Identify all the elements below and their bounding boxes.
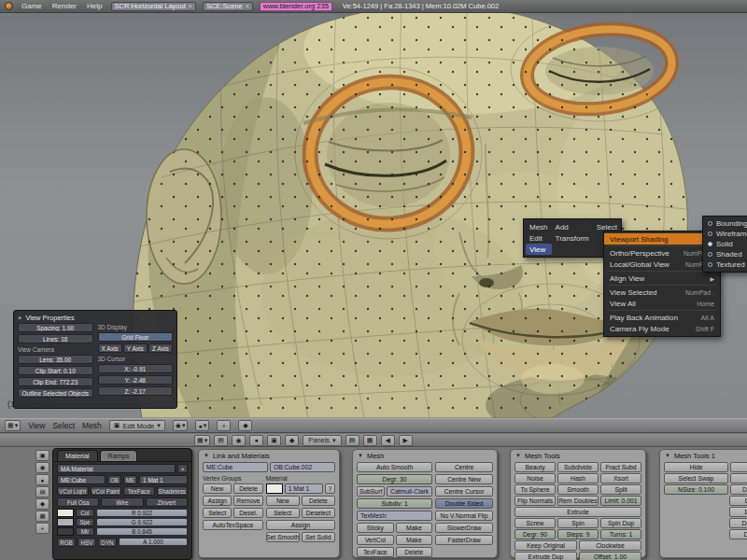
- grid-spacing-field[interactable]: Spacing: 1.00: [18, 323, 93, 332]
- editing-context-icon[interactable]: ▣: [267, 435, 281, 446]
- mir-channel-button[interactable]: Mir: [76, 527, 94, 536]
- vgroup-remove-button[interactable]: Remove: [233, 496, 262, 506]
- menu-item-playback-animation[interactable]: Play Back Animation Alt A: [604, 312, 720, 323]
- material-assign-button[interactable]: Assign: [266, 520, 335, 530]
- spin-button[interactable]: Spin: [557, 518, 599, 528]
- menu-item-view-all[interactable]: View All Home: [604, 298, 720, 309]
- vgroup-delete-button[interactable]: Delete: [233, 483, 262, 494]
- limit-field[interactable]: Limit: 0.001: [600, 496, 641, 506]
- shading-item-shaded[interactable]: Shaded: [703, 249, 747, 259]
- strip-icon-button[interactable]: ◉: [35, 462, 49, 473]
- col-channel-button[interactable]: Col: [76, 509, 94, 517]
- menu-help[interactable]: Help: [85, 2, 104, 10]
- window-type-button[interactable]: ▦ ▾: [194, 435, 210, 446]
- sticky-label-button[interactable]: Sticky: [357, 523, 394, 533]
- vertcol-make-button[interactable]: Make: [396, 535, 433, 545]
- set-smooth-button[interactable]: Set Smooth: [266, 532, 300, 542]
- v[ertcol-label-button[interactable]: VertCol: [357, 535, 394, 545]
- texface-toggle[interactable]: TexFace: [123, 486, 155, 496]
- close-icon[interactable]: ×: [189, 3, 192, 9]
- no-vnormal-flip-toggle[interactable]: No V.Normal Flip: [435, 511, 493, 521]
- scene-context-icon[interactable]: ◆: [285, 435, 299, 446]
- material-color-swatch[interactable]: [266, 483, 283, 494]
- strip-icon-button[interactable]: ▣: [35, 450, 49, 461]
- material-index-field[interactable]: 1 Mat 1: [139, 475, 188, 484]
- shading-item-bounding-box[interactable]: Bounding Box: [703, 218, 747, 229]
- material-question-button[interactable]: ?: [325, 483, 335, 494]
- material-select-button[interactable]: Select: [266, 508, 300, 518]
- tab-material[interactable]: Material: [57, 450, 98, 461]
- material-new-button[interactable]: New: [266, 496, 300, 506]
- centre-cursor-button[interactable]: Centre Cursor: [435, 486, 493, 497]
- centre-button[interactable]: Centre: [435, 462, 493, 472]
- close-icon[interactable]: ×: [246, 3, 249, 9]
- menu-item-camera-fly-mode[interactable]: Camera Fly Mode Shift F: [604, 323, 720, 334]
- shading-item-wireframe[interactable]: Wireframe: [703, 229, 747, 239]
- spe-channel-button[interactable]: Spe: [76, 518, 94, 526]
- draw-creases-toggle[interactable]: Draw Creases: [729, 518, 747, 528]
- next-button[interactable]: ▶: [399, 435, 413, 446]
- sticky-make-button[interactable]: Make: [396, 523, 433, 533]
- dyn-mode-button[interactable]: DYN: [98, 538, 117, 547]
- slower-draw-button[interactable]: SlowerDraw: [435, 523, 493, 533]
- menu-mesh[interactable]: Mesh: [82, 421, 102, 430]
- close-icon[interactable]: ×: [18, 314, 21, 322]
- nsize-field[interactable]: NSize: 0.100: [664, 484, 728, 495]
- centre-button[interactable]: Centre: [730, 462, 747, 472]
- 3d-viewport[interactable]: (1) Cube.002 Mesh Add Select Edit Transf…: [0, 13, 747, 418]
- menu-select[interactable]: Select: [52, 421, 75, 430]
- noise-button[interactable]: Noise: [514, 473, 556, 483]
- steps-field[interactable]: Steps: 9: [557, 529, 599, 539]
- strip-icon-button[interactable]: +: [35, 523, 49, 534]
- ob-toggle[interactable]: OB: [107, 475, 121, 484]
- draw-type-dropdown[interactable]: ◉ ▾: [173, 420, 189, 431]
- mesh-link-field[interactable]: ME:Cube: [57, 475, 106, 484]
- x-axis-toggle[interactable]: X Axis: [98, 343, 122, 353]
- material-name-field[interactable]: MA:Material: [57, 464, 176, 473]
- to-sphere-button[interactable]: To Sphere: [514, 484, 556, 495]
- strip-icon-button[interactable]: ▤: [35, 486, 49, 497]
- autotexspace-toggle[interactable]: AutoTexSpace: [203, 520, 263, 530]
- strip-icon-button[interactable]: ◆: [35, 498, 49, 510]
- lens-field[interactable]: Lens: 35.00: [18, 355, 93, 364]
- subdiv-field[interactable]: Subdiv: 1: [357, 498, 432, 509]
- shading-item-solid[interactable]: Solid: [703, 239, 747, 249]
- clip-end-field[interactable]: Clip End: 772.23: [18, 377, 93, 386]
- toolbox-item-mesh[interactable]: Mesh: [526, 221, 552, 232]
- auto-smooth-toggle[interactable]: Auto Smooth: [357, 462, 432, 472]
- object-context-icon[interactable]: ●: [249, 435, 263, 446]
- screw-button[interactable]: Screw: [514, 518, 556, 528]
- vgroup-deselect-button[interactable]: Desel.: [233, 508, 262, 518]
- vgroup-assign-button[interactable]: Assign: [203, 496, 232, 506]
- texface-delete-button[interactable]: Delete: [396, 547, 433, 557]
- tab-ramps[interactable]: Ramps: [100, 450, 138, 461]
- subsurf-type-dropdown[interactable]: Catmull-Clark: [387, 486, 432, 497]
- toolbox-item-edit[interactable]: Edit: [526, 232, 552, 244]
- set-solid-button[interactable]: Set Solid: [302, 532, 335, 542]
- red-slider[interactable]: R 0.922: [96, 509, 188, 517]
- material-index-field[interactable]: 1 Mat 1: [285, 483, 323, 494]
- toolbox-item-transform[interactable]: Transform: [552, 232, 593, 244]
- grid-floor-toggle[interactable]: Grid Floor: [98, 332, 174, 342]
- clip-start-field[interactable]: Clip Start: 0.10: [18, 366, 93, 375]
- shadeless-toggle[interactable]: Shadeless: [157, 486, 189, 496]
- material-delete-button[interactable]: Delete: [302, 496, 335, 506]
- clockwise-toggle[interactable]: Clockwise: [579, 540, 641, 551]
- collapse-icon[interactable]: ▼: [665, 453, 670, 458]
- manipulator-button[interactable]: +: [217, 420, 231, 431]
- collapse-icon[interactable]: ▼: [358, 453, 363, 458]
- vcol-light-toggle[interactable]: VCol Light: [57, 486, 89, 496]
- extrude-dup-button[interactable]: Extrude Dup: [514, 552, 577, 560]
- menu-item-view-selected[interactable]: View Selected NumPad .: [604, 287, 720, 298]
- menu-render[interactable]: Render: [50, 2, 78, 10]
- mirror-swatch[interactable]: [57, 527, 74, 536]
- cursor-z-field[interactable]: Z: -2.17: [98, 386, 174, 396]
- screen-layout-selector[interactable]: SCR:Horizontal Layout ×: [111, 2, 196, 11]
- hash-button[interactable]: Hash: [557, 473, 599, 483]
- reveal-button[interactable]: Reveal: [730, 473, 747, 483]
- view-properties-panel[interactable]: × View Properties Spacing: 1.00 Lines: 1…: [13, 310, 177, 409]
- mesh-datablock-field[interactable]: ME:Cube: [203, 462, 268, 472]
- full-osa-toggle[interactable]: Full Osa: [57, 497, 99, 507]
- vgroup-new-button[interactable]: New: [203, 483, 232, 494]
- smooth-button[interactable]: Smooth: [557, 484, 599, 495]
